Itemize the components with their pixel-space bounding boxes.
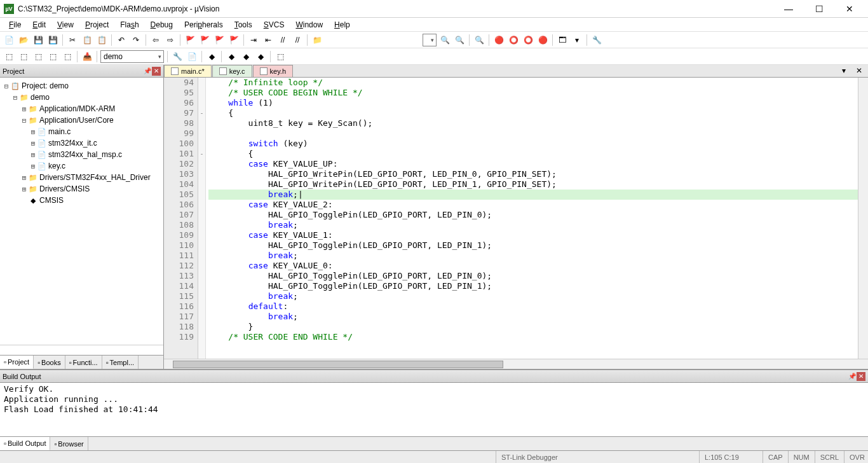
- open-file-icon[interactable]: 📂: [17, 34, 30, 46]
- new-file-icon[interactable]: 📄: [3, 34, 15, 46]
- nav-fwd-icon[interactable]: ⇨: [164, 34, 177, 46]
- target-combo[interactable]: demo: [100, 50, 164, 63]
- file-ext-icon[interactable]: 📄: [186, 50, 198, 63]
- editor-hscroll[interactable]: [164, 359, 868, 369]
- comment-icon[interactable]: //: [276, 34, 289, 46]
- uncomment-icon[interactable]: //: [291, 34, 304, 46]
- menu-peripherals[interactable]: Peripherals: [179, 19, 228, 31]
- cut-icon[interactable]: ✂: [66, 34, 79, 46]
- editor-tab-keyc[interactable]: key.c: [212, 65, 252, 77]
- paste-icon[interactable]: 📋: [95, 34, 108, 46]
- menu-debug[interactable]: Debug: [146, 19, 178, 31]
- manage-rte-icon[interactable]: ◆: [205, 50, 218, 63]
- project-tree[interactable]: ⊟📋Project: demo⊟📁demo⊞📁Application/MDK-A…: [0, 78, 163, 345]
- fold-column[interactable]: --: [198, 78, 206, 359]
- translate-icon[interactable]: ⬚: [3, 50, 15, 63]
- undo-icon[interactable]: ↶: [115, 34, 128, 46]
- batch-build-icon[interactable]: ⬚: [46, 50, 59, 63]
- tree-root[interactable]: ⊟📋Project: demo: [3, 80, 161, 92]
- build-icon[interactable]: ⬚: [17, 50, 30, 63]
- menu-file[interactable]: File: [4, 19, 26, 31]
- menu-svcs[interactable]: SVCS: [259, 19, 290, 31]
- tree-file[interactable]: ⊞📄stm32f4xx_hal_msp.c: [3, 149, 161, 160]
- tree-file[interactable]: ⊞📄main.c: [3, 126, 161, 137]
- bookmark-next-icon[interactable]: 🚩: [213, 34, 226, 46]
- manage-proj-icon[interactable]: ⬚: [274, 50, 287, 63]
- menu-window[interactable]: Window: [290, 19, 328, 31]
- save-icon[interactable]: 💾: [32, 34, 44, 46]
- bookmark-clear-icon[interactable]: 🚩: [227, 34, 240, 46]
- debug-icon[interactable]: 🔍: [473, 34, 485, 46]
- pane-tab-templ[interactable]: ▫Templ...: [102, 356, 139, 369]
- incremental-find-icon[interactable]: 🔍: [453, 34, 466, 46]
- pack-install-icon[interactable]: ◆: [240, 50, 252, 63]
- breakpoint-insert-icon[interactable]: 🔴: [492, 34, 505, 46]
- editor-tab-close-icon[interactable]: ✕: [853, 64, 865, 77]
- menu-tools[interactable]: Tools: [229, 19, 257, 31]
- window-dropdown-icon[interactable]: ▾: [571, 34, 583, 46]
- tree-cmsis[interactable]: ◆CMSIS: [3, 195, 161, 206]
- pane-tab-functi[interactable]: ▫Functi...: [65, 356, 102, 369]
- configure-icon[interactable]: 🔧: [590, 34, 603, 46]
- menu-project[interactable]: Project: [80, 19, 114, 31]
- save-all-icon[interactable]: 💾: [46, 34, 59, 46]
- nav-back-icon[interactable]: ⇦: [149, 34, 162, 46]
- find-combo[interactable]: [423, 34, 437, 46]
- maximize-button[interactable]: ☐: [810, 3, 829, 15]
- bookmark-prev-icon[interactable]: 🚩: [198, 34, 211, 46]
- menu-bar: FileEditViewProjectFlashDebugPeripherals…: [0, 18, 868, 32]
- redo-icon[interactable]: ↷: [130, 34, 142, 46]
- build-output-header: Build Output 📌 ✕: [0, 370, 868, 383]
- window-icon[interactable]: 🗔: [556, 34, 569, 46]
- download-icon[interactable]: 📥: [81, 50, 93, 63]
- editor-tab-keyh[interactable]: key.h: [253, 65, 293, 77]
- tree-file[interactable]: ⊞📄stm32f4xx_it.c: [3, 137, 161, 149]
- pane-close-icon[interactable]: ✕: [152, 67, 161, 76]
- code-editor[interactable]: 9495969798991001011021031041051061071081…: [164, 78, 868, 359]
- copy-icon[interactable]: 📋: [81, 34, 93, 46]
- pane-pin-icon[interactable]: 📌: [143, 67, 152, 76]
- find-icon[interactable]: 🔍: [438, 34, 451, 46]
- rebuild-icon[interactable]: ⬚: [32, 50, 44, 63]
- pane-tab-project[interactable]: ▫Project: [0, 356, 34, 369]
- menu-view[interactable]: View: [52, 19, 79, 31]
- breakpoint-disable-icon[interactable]: ⭕: [522, 34, 534, 46]
- editor-tab-menu-icon[interactable]: ▾: [837, 64, 850, 77]
- pane-pin-icon[interactable]: 📌: [848, 372, 857, 381]
- tree-hscroll[interactable]: [0, 345, 163, 355]
- find-in-files-icon[interactable]: 📁: [311, 34, 323, 46]
- select-pack-icon[interactable]: ◆: [225, 50, 238, 63]
- options-icon[interactable]: 🔧: [171, 50, 184, 63]
- project-pane-tabs: ▫Project▫Books▫Functi...▫Templ...: [0, 355, 163, 369]
- title-bar: µV C:\STM32_Project\demo\MDK-ARM\demo.uv…: [0, 0, 868, 18]
- menu-help[interactable]: Help: [329, 19, 355, 31]
- code-text[interactable]: /* Infinite loop */ /* USER CODE BEGIN W…: [206, 78, 858, 359]
- tree-file[interactable]: ⊞📄key.c: [3, 160, 161, 172]
- separator: [307, 34, 308, 46]
- breakpoint-enable-icon[interactable]: ⭕: [507, 34, 520, 46]
- separator: [77, 51, 78, 62]
- menu-flash[interactable]: Flash: [115, 19, 144, 31]
- editor-vscroll[interactable]: [858, 78, 868, 359]
- outdent-icon[interactable]: ⇤: [262, 34, 275, 46]
- tree-group[interactable]: ⊟📁Application/User/Core: [3, 114, 161, 126]
- tree-group[interactable]: ⊞📁Drivers/CMSIS: [3, 183, 161, 195]
- close-button[interactable]: ✕: [840, 3, 859, 15]
- build-output-text[interactable]: Verify OK. Application running ... Flash…: [0, 383, 868, 436]
- breakpoint-kill-icon[interactable]: 🔴: [536, 34, 549, 46]
- build-tab-browser[interactable]: ▫Browser: [50, 437, 88, 450]
- editor-tab-mainc[interactable]: main.c*: [164, 65, 212, 77]
- stop-build-icon[interactable]: ⬚: [61, 50, 74, 63]
- pane-tab-books[interactable]: ▫Books: [34, 356, 65, 369]
- bookmark-icon[interactable]: 🚩: [184, 34, 196, 46]
- menu-edit[interactable]: Edit: [27, 19, 51, 31]
- status-scrl: SCRL: [815, 451, 844, 463]
- tree-target[interactable]: ⊟📁demo: [3, 92, 161, 103]
- tree-group[interactable]: ⊞📁Drivers/STM32F4xx_HAL_Driver: [3, 172, 161, 183]
- build-tab-buildoutput[interactable]: ▫Build Output: [0, 437, 50, 450]
- minimize-button[interactable]: —: [779, 3, 798, 15]
- pane-close-icon[interactable]: ✕: [857, 372, 865, 381]
- indent-icon[interactable]: ⇥: [247, 34, 260, 46]
- tree-group[interactable]: ⊞📁Application/MDK-ARM: [3, 103, 161, 114]
- pack-icon[interactable]: ◆: [254, 50, 267, 63]
